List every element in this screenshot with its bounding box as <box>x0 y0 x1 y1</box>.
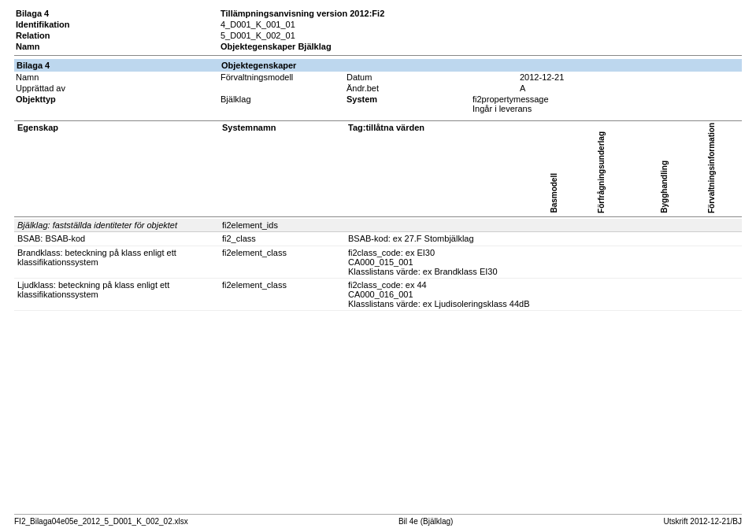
section-header-row: Bjälklag: fastställda identiteter för ob… <box>14 219 742 232</box>
bilaga-blue: Bilaga 4 <box>14 59 219 72</box>
objektegenskaper-blue: Objektegenskaper <box>219 59 742 72</box>
tag-col-header: Tag:tillåtna värden <box>345 121 550 216</box>
row1-egenskap: BSAB: BSAB-kod <box>14 232 219 246</box>
relation-value: 5_D001_K_002_01 <box>219 30 742 41</box>
andrbet-value: A <box>518 83 742 94</box>
upprattad-value <box>219 83 345 94</box>
datum-label: Datum <box>345 72 518 83</box>
identifikation-value: 4_D001_K_001_01 <box>219 19 742 30</box>
förfrågning-header: Förfrågningsunderlag <box>597 130 660 215</box>
section-header-systemnamn: fi2element_ids <box>219 219 742 231</box>
upprattad-label: Upprättad av <box>14 83 219 94</box>
upprattad-row: Upprättad av Ändr.bet A <box>14 83 742 94</box>
row3-systemnamn: fi2element_class <box>219 279 345 310</box>
relation-label: Relation <box>14 30 219 41</box>
andrbet-label: Ändr.bet <box>345 83 518 94</box>
ingår-label: Ingår i leverans <box>472 104 532 113</box>
row2-systemnamn: fi2element_class <box>219 246 345 278</box>
footer-page-label: Bil 4e (Bjälklag) <box>398 517 453 526</box>
objekttyp-label: Objekttyp <box>14 94 219 114</box>
table-row: BSAB: BSAB-kod fi2_class BSAB-kod: ex 27… <box>14 232 742 246</box>
identifikation-label: Identifikation <box>14 19 219 30</box>
objekttyp-row: Objekttyp Bjälklag System fi2propertymes… <box>14 94 742 114</box>
data-rows-container: BSAB: BSAB-kod fi2_class BSAB-kod: ex 27… <box>14 232 742 311</box>
footer-utskrift: Utskrift 2012-12-21/BJ <box>663 517 742 526</box>
table-row: Ljudklass: beteckning på klass enligt et… <box>14 279 742 311</box>
divider-1 <box>14 55 742 56</box>
rotated-headers-group: Basmodell Förfrågningsunderlag Bygghandl… <box>550 121 756 216</box>
header-grid: Bilaga 4 Tillämpningsanvisning version 2… <box>14 8 742 52</box>
row2-tag: fi2class_code: ex EI30 CA000_015_001 Kla… <box>345 246 742 278</box>
egenskap-col-header: Egenskap <box>14 121 219 216</box>
namn2-value: Förvaltningsmodell <box>219 72 345 83</box>
förvaltning-header: Förvaltningsinformation <box>707 121 756 215</box>
objekttyp-value: Bjälklag <box>219 94 345 114</box>
datum-value: 2012-12-21 <box>518 72 742 83</box>
section-header-egenskap: Bjälklag: fastställda identiteter för ob… <box>14 219 219 231</box>
row3-egenskap: Ljudklass: beteckning på klass enligt et… <box>14 279 219 310</box>
namn2-label: Namn <box>14 72 219 83</box>
system-label: System <box>345 94 471 114</box>
row2-egenskap: Brandklass: beteckning på klass enligt e… <box>14 246 219 278</box>
row1-tag: BSAB-kod: ex 27.F Stombjälklag <box>345 232 742 246</box>
row1-systemnamn: fi2_class <box>219 232 345 246</box>
row3-tag: fi2class_code: ex 44 CA000_016_001 Klass… <box>345 279 742 310</box>
footer-filename: FI2_Bilaga04e05e_2012_5_D001_K_002_02.xl… <box>14 517 188 526</box>
table-row: Brandklass: beteckning på klass enligt e… <box>14 246 742 279</box>
namn-label: Namn <box>14 41 219 52</box>
namn-value: Objektegenskaper Bjälklag <box>219 41 742 52</box>
system-value: fi2propertymessage Ingår i leverans <box>471 94 742 114</box>
bygghandling-header: Bygghandling <box>660 159 707 215</box>
namn-row: Namn Förvaltningsmodell Datum 2012-12-21 <box>14 72 742 83</box>
col-headers-row: Egenskap Systemnamn Tag:tillåtna värden … <box>14 120 742 217</box>
page: Bilaga 4 Tillämpningsanvisning version 2… <box>0 0 756 532</box>
systemnamn-col-header: Systemnamn <box>219 121 345 216</box>
page-footer: FI2_Bilaga04e05e_2012_5_D001_K_002_02.xl… <box>14 514 742 526</box>
props-section: Egenskap Systemnamn Tag:tillåtna värden … <box>14 120 742 311</box>
basmodell-header: Basmodell <box>550 172 597 215</box>
tillämpning-label: Tillämpningsanvisning version 2012:Fi2 <box>219 8 742 19</box>
bilaga-label: Bilaga 4 <box>14 8 219 19</box>
blue-header-row: Bilaga 4 Objektegenskaper <box>14 59 742 72</box>
system-value-text: fi2propertymessage <box>472 94 549 104</box>
page-header: Bilaga 4 Tillämpningsanvisning version 2… <box>14 8 742 114</box>
